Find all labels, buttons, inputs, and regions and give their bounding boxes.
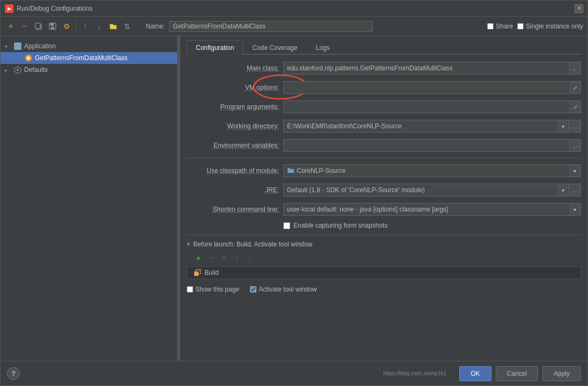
classpath-label: Use classpath of module: [187, 167, 283, 174]
svg-line-13 [194, 270, 196, 272]
main-content: ▾ Application ▸ GetPatternsFromDataMulti… [1, 36, 587, 361]
jre-label: JRE: [187, 186, 283, 194]
title-bar-left: ▶ Run/Debug Configurations [5, 4, 92, 13]
show-page-checkbox[interactable] [187, 286, 193, 293]
help-button[interactable]: ? [7, 367, 20, 380]
env-vars-input[interactable] [283, 139, 569, 152]
sidebar-item-application[interactable]: ▾ Application [1, 40, 177, 52]
defaults-arrow: ▸ [5, 67, 11, 73]
section-divider-1 [187, 158, 581, 158]
main-class-label: Main class: [187, 64, 283, 72]
name-input[interactable] [169, 21, 373, 32]
jre-input[interactable] [283, 184, 557, 196]
before-launch-collapse-icon: ▾ [187, 241, 190, 248]
working-dir-label: Working directory: [187, 122, 283, 130]
vm-options-label: VM options: [187, 84, 283, 91]
classpath-dropdown-button[interactable]: ▾ [569, 164, 581, 177]
show-page-label: Show this page [195, 286, 239, 293]
vm-options-input[interactable] [283, 81, 569, 94]
activate-tool-checkbox[interactable] [250, 286, 256, 293]
toolbar-separator-1 [76, 21, 76, 32]
add-config-button[interactable]: + [5, 20, 17, 32]
gear-button[interactable]: ⚙ [61, 20, 72, 32]
application-icon [13, 42, 22, 50]
application-label: Application [24, 42, 56, 50]
module-folder-icon [287, 167, 295, 175]
build-list-item[interactable]: Build [187, 266, 581, 279]
before-launch-remove-button[interactable]: − [206, 252, 217, 263]
activate-tool-checkbox-item: Activate tool window [250, 286, 317, 293]
footer-right: https://blog.csdn.net/qr1h1 OK Cancel Ap… [383, 366, 581, 381]
shorten-dropdown-button[interactable]: ▾ [569, 203, 581, 216]
program-args-label: Program arguments: [187, 103, 283, 111]
tab-configuration[interactable]: Configuration [187, 40, 243, 55]
env-vars-browse-button[interactable]: … [569, 139, 581, 152]
tab-code-coverage[interactable]: Code Coverage [243, 40, 306, 55]
sidebar: ▾ Application ▸ GetPatternsFromDataMulti… [1, 36, 178, 361]
enable-capturing-label: Enable capturing form snapshots [293, 222, 387, 229]
program-args-input[interactable] [283, 100, 569, 113]
env-vars-field: … [283, 139, 581, 152]
move-down-button[interactable]: ↓ [93, 20, 105, 32]
before-launch-up-button[interactable]: ↑ [232, 252, 242, 263]
share-checkbox[interactable] [487, 23, 494, 30]
jre-row: JRE: ▾ … [187, 183, 581, 197]
shorten-field: ▾ [283, 203, 581, 216]
folder-button[interactable] [107, 20, 119, 32]
working-dir-dropdown-button[interactable]: ▾ [557, 120, 569, 133]
config-arrow: ▸ [16, 55, 22, 61]
footer-left: ? [7, 367, 20, 380]
before-launch-add-button[interactable]: + [193, 252, 204, 263]
cancel-button[interactable]: Cancel [496, 366, 538, 381]
move-up-button[interactable]: ↑ [79, 20, 91, 32]
window-title: Run/Debug Configurations [17, 5, 92, 12]
main-class-input[interactable] [283, 62, 569, 75]
jre-dropdown-button[interactable]: ▾ [557, 184, 569, 196]
defaults-icon [13, 65, 22, 74]
classpath-value: CoreNLP-Source [297, 167, 346, 174]
ok-button[interactable]: OK [459, 366, 491, 381]
classpath-field: CoreNLP-Source ▾ [283, 164, 581, 177]
bottom-checkboxes: Show this page Activate tool window [187, 281, 581, 297]
config-run-icon [24, 54, 33, 62]
program-args-row: Program arguments: ⤢ [187, 100, 581, 114]
sort-button[interactable]: ⇅ [121, 20, 133, 32]
apply-button[interactable]: Apply [542, 366, 581, 381]
svg-line-14 [199, 270, 201, 272]
tabs: Configuration Code Coverage Logs [187, 40, 581, 55]
working-dir-input[interactable] [283, 120, 557, 133]
before-launch-label: Before launch: Build, Activate tool wind… [193, 241, 312, 248]
svg-rect-4 [51, 27, 54, 29]
working-dir-browse-button[interactable]: … [569, 120, 581, 133]
jre-browse-button[interactable]: … [569, 184, 581, 196]
sidebar-item-config[interactable]: ▸ GetPatternsFromDataMultiClass [1, 52, 177, 64]
vm-options-field: ⤢ [283, 81, 581, 94]
single-instance-checkbox[interactable] [517, 23, 524, 30]
footer: ? https://blog.csdn.net/qr1h1 OK Cancel … [1, 361, 587, 385]
before-launch-down-button[interactable]: ↓ [245, 252, 255, 263]
tab-logs[interactable]: Logs [306, 40, 339, 55]
before-launch-edit-button[interactable]: ✏ [219, 252, 230, 263]
enable-capturing-row: Enable capturing form snapshots [187, 222, 581, 229]
vm-options-expand-button[interactable]: ⤢ [569, 81, 581, 94]
close-button[interactable]: ✕ [575, 4, 583, 13]
toolbar: + − ⚙ ↑ ↓ ⇅ Name: Share Single instance [1, 17, 587, 36]
program-args-expand-button[interactable]: ⤢ [569, 100, 581, 113]
classpath-row: Use classpath of module: CoreNLP-Source … [187, 164, 581, 178]
env-vars-row: Environment variables: … [187, 139, 581, 152]
main-class-browse-button[interactable]: … [569, 62, 581, 75]
enable-capturing-checkbox[interactable] [283, 222, 290, 229]
remove-config-button[interactable]: − [19, 20, 31, 32]
build-item-label: Build [204, 269, 219, 276]
save-config-button[interactable] [47, 20, 58, 32]
shorten-label: Shorten command line: [187, 206, 283, 213]
copy-config-button[interactable] [33, 20, 45, 32]
shorten-input[interactable] [283, 203, 569, 216]
env-vars-label: Environment variables: [187, 142, 283, 149]
working-dir-row: Working directory: ▾ … [187, 119, 581, 133]
svg-point-8 [17, 69, 19, 71]
defaults-label: Defaults [24, 66, 48, 74]
share-checkbox-item: Share [487, 23, 513, 30]
expand-arrow-application: ▾ [5, 43, 11, 49]
sidebar-item-defaults[interactable]: ▸ Defaults [1, 64, 177, 76]
